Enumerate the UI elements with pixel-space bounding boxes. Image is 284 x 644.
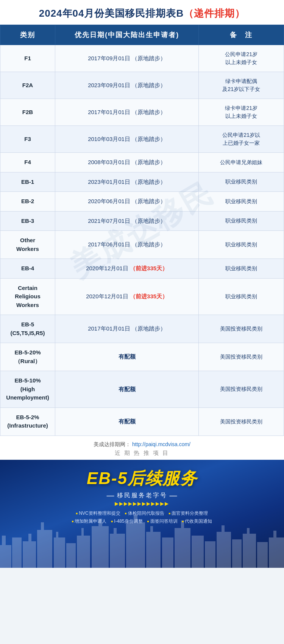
- svg-rect-2: [2, 536, 6, 545]
- immigration-table: 类别 优先日期(中国大陆出生申请者) 备 注 F12017年09月01日 （原地…: [0, 25, 284, 436]
- cell-priority-date: 2008年03月01日 （原地踏步）: [55, 153, 198, 172]
- cell-category: EB-5-2% (Infrastructure): [0, 407, 55, 436]
- svg-rect-11: [81, 528, 84, 536]
- svg-rect-24: [205, 541, 215, 568]
- banner-service-item: 面签问答培训: [147, 518, 178, 525]
- cell-category: Other Workers: [0, 231, 55, 259]
- cell-note: 绿卡申请21岁 以上未婚子女: [199, 99, 284, 126]
- cell-priority-date: 2023年01月01日 （原地踏步）: [55, 172, 198, 192]
- website-label: 美成达排期网：: [94, 441, 131, 447]
- svg-rect-7: [54, 537, 65, 568]
- svg-rect-30: [257, 542, 268, 568]
- table-row: F32010年03月01日 （原地踏步）公民申请21岁以 上已婚子女一家: [0, 126, 284, 153]
- cell-note: 职业移民类别: [199, 259, 284, 279]
- title-subtitle: （递件排期）: [184, 8, 245, 19]
- table-wrapper: 美成达移民 类别 优先日期(中国大陆出生申请者) 备 注 F12017年09月0…: [0, 25, 284, 436]
- footer-info: 美成达排期网： http://paiqi.mcdvisa.com/ 近 期 热 …: [0, 436, 284, 460]
- cell-category: F4: [0, 153, 55, 172]
- banner-service-item: 增加附属申请人: [72, 518, 107, 525]
- table-row: EB-5-10% (High Unemployment)有配额美国投资移民类别: [0, 371, 284, 408]
- table-row: EB-12023年01月01日 （原地踏步）职业移民类别: [0, 172, 284, 192]
- svg-rect-5: [37, 530, 52, 568]
- subtitle-left-dash: —: [107, 491, 115, 500]
- table-row: EB-42020年12月01日 （前进335天）职业移民类别: [0, 259, 284, 279]
- cell-category: EB-5-10% (High Unemployment): [0, 371, 55, 408]
- svg-rect-12: [92, 526, 109, 568]
- svg-rect-28: [243, 534, 256, 568]
- svg-rect-20: [162, 537, 173, 568]
- svg-rect-21: [175, 528, 190, 568]
- svg-rect-6: [41, 522, 44, 530]
- svg-rect-23: [192, 536, 204, 568]
- table-row: F2B2017年01月01日 （原地踏步）绿卡申请21岁 以上未婚子女: [0, 99, 284, 126]
- svg-rect-19: [150, 526, 153, 532]
- banner-services-row2: 增加附属申请人I-485身份调整面签问答培训代收美国通知: [64, 518, 220, 525]
- cell-note: 公民申请兄弟姐妹: [199, 153, 284, 172]
- cell-priority-date: 2020年06月01日 （原地踏步）: [55, 192, 198, 212]
- svg-rect-0: [0, 545, 11, 568]
- banner-logo: EB-5后续服务: [87, 467, 197, 490]
- cell-priority-date: 有配额: [55, 371, 198, 408]
- table-row: EB-5-2% (Infrastructure)有配额美国投资移民类别: [0, 407, 284, 436]
- svg-rect-3: [23, 541, 36, 568]
- cell-category: EB-4: [0, 259, 55, 279]
- banner-logo-text: EB-5后续服务: [87, 469, 197, 487]
- banner-services-row1: NVC资料整理和提交体检陪同代取报告面官资料分类整理: [69, 510, 216, 517]
- cell-category: Certain Religious Workers: [0, 278, 55, 315]
- table-row: EB-22020年06月01日 （原地踏步）职业移民类别: [0, 192, 284, 212]
- cell-priority-date: 2017年01月01日 （原地踏步）: [55, 315, 198, 343]
- cell-note: 职业移民类别: [199, 231, 284, 259]
- cell-priority-date: 2020年12月01日 （前进335天）: [55, 259, 198, 279]
- website-line: 美成达排期网： http://paiqi.mcdvisa.com/: [4, 441, 280, 448]
- svg-rect-26: [222, 525, 225, 532]
- cell-note: 美国投资移民类别: [199, 343, 284, 371]
- cell-note: 职业移民类别: [199, 211, 284, 231]
- cell-priority-date: 2020年12月01日 （前进335天）: [55, 278, 198, 315]
- svg-rect-10: [77, 536, 90, 568]
- table-header-row: 类别 优先日期(中国大陆出生申请者) 备 注: [0, 25, 284, 45]
- table-row: F12017年09月01日 （原地踏步）公民申请21岁 以上未婚子女: [0, 45, 284, 72]
- svg-rect-27: [232, 539, 242, 568]
- cell-priority-date: 2017年01月01日 （原地踏步）: [55, 99, 198, 126]
- table-row: EB-32021年07月01日 （原地踏步）职业移民类别: [0, 211, 284, 231]
- cell-priority-date: 2017年06月01日 （原地踏步）: [55, 231, 198, 259]
- hot-projects-label: 近 期 热 推 项 目: [4, 450, 280, 457]
- arrow-decoration: ▶▶▶▶▶▶▶▶▶▶▶▶: [115, 501, 169, 506]
- cell-category: F2B: [0, 99, 55, 126]
- banner-service-item: 代收美国通知: [182, 518, 212, 525]
- cell-category: F3: [0, 126, 55, 153]
- svg-rect-15: [114, 528, 117, 534]
- cell-category: EB-1: [0, 172, 55, 192]
- svg-rect-18: [146, 532, 161, 568]
- banner-service-item: I-485身份调整: [111, 518, 142, 525]
- svg-rect-1: [12, 537, 22, 568]
- cell-note: 美国投资移民类别: [199, 371, 284, 408]
- svg-rect-9: [66, 543, 76, 568]
- table-row: F2A2023年09月01日 （原地踏步）绿卡申请配偶 及21岁以下子女: [0, 72, 284, 99]
- cell-note: 美国投资移民类别: [199, 315, 284, 343]
- cell-priority-date: 2010年03月01日 （原地踏步）: [55, 126, 198, 153]
- cell-note: 职业移民类别: [199, 192, 284, 212]
- cell-note: 职业移民类别: [199, 172, 284, 192]
- cell-note: 绿卡申请配偶 及21岁以下子女: [199, 72, 284, 99]
- svg-rect-31: [269, 537, 284, 568]
- svg-rect-25: [217, 532, 231, 568]
- cell-category: EB-5-20% （Rural）: [0, 343, 55, 371]
- subtitle-text: 移民服务老字号: [117, 492, 167, 500]
- cell-note: 职业移民类别: [199, 278, 284, 315]
- table-row: F42008年03月01日 （原地踏步）公民申请兄弟姐妹: [0, 153, 284, 172]
- header: 2024年04月份美国移民排期表B（递件排期）: [0, 0, 284, 25]
- page-title: 2024年04月份美国移民排期表B（递件排期）: [4, 7, 280, 20]
- banner-service-item: 面官资料分类整理: [169, 510, 208, 517]
- cell-priority-date: 有配额: [55, 343, 198, 371]
- cell-category: EB-2: [0, 192, 55, 212]
- website-url[interactable]: http://paiqi.mcdvisa.com/: [132, 441, 190, 447]
- table-row: Other Workers2017年06月01日 （原地踏步）职业移民类别: [0, 231, 284, 259]
- cell-category: F1: [0, 45, 55, 72]
- table-row: EB-5-20% （Rural）有配额美国投资移民类别: [0, 343, 284, 371]
- cell-category: EB-5 (C5,T5,I5,R5): [0, 315, 55, 343]
- svg-rect-4: [28, 534, 31, 541]
- cell-priority-date: 2023年09月01日 （原地踏步）: [55, 72, 198, 99]
- page-wrapper: 2024年04月份美国移民排期表B（递件排期） 美成达移民 类别 优先日期(中国…: [0, 0, 284, 568]
- cell-priority-date: 有配额: [55, 407, 198, 436]
